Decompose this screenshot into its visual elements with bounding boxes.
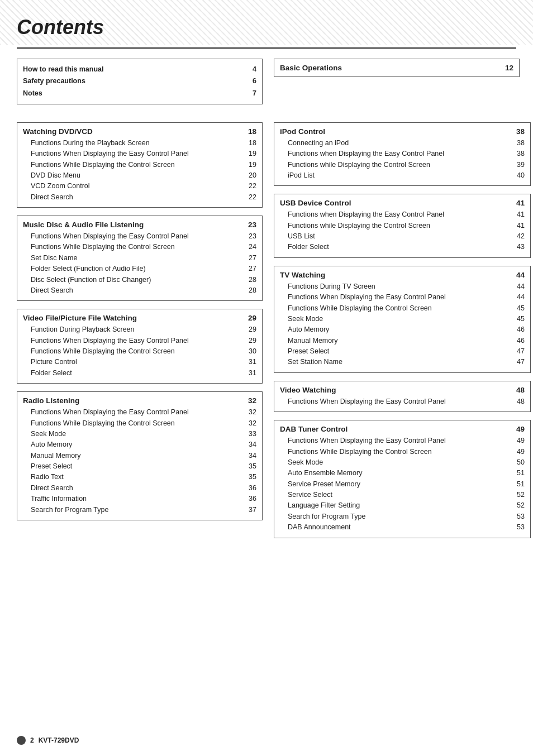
right-section-1-entry-2-page: 42 — [512, 231, 525, 242]
left-section-2-entry-4: Folder Select31 — [23, 368, 256, 379]
right-section-1-entry-1: Functions while Displaying the Control S… — [280, 221, 525, 231]
right-section-2: TV Watching44Functions During TV Screen4… — [274, 266, 531, 373]
right-section-4-entry-4-label: Service Preset Memory — [288, 479, 512, 490]
left-section-0-entry-3-page: 20 — [244, 170, 256, 181]
left-section-3-entry-1-label: Functions While Displaying the Control S… — [31, 418, 244, 429]
left-section-0-header: Watching DVD/VCD18 — [23, 127, 256, 136]
right-section-4-entry-6-page: 52 — [512, 500, 525, 511]
right-section-1-entry-2: USB List42 — [280, 231, 525, 242]
left-section-1-entry-5: Direct Search28 — [23, 285, 256, 296]
right-section-1-entry-0: Functions when Displaying the Easy Contr… — [280, 209, 525, 220]
right-section-2-entry-2: Functions While Displaying the Control S… — [280, 303, 525, 314]
left-section-3-entry-5-label: Preset Select — [31, 461, 244, 472]
left-section-2-entry-3-label: Picture Control — [31, 357, 244, 367]
left-section-3-entry-7-label: Direct Search — [31, 483, 244, 494]
left-section-0: Watching DVD/VCD18Functions During the P… — [17, 122, 263, 208]
right-section-0-entry-0-page: 38 — [512, 138, 525, 149]
right-section-2-entry-0: Functions During TV Screen44 — [280, 281, 525, 292]
left-section-3-entry-2-label: Seek Mode — [31, 429, 244, 439]
left-section-3-entry-6-label: Radio Text — [31, 472, 244, 482]
right-section-1-entry-0-label: Functions when Displaying the Easy Contr… — [288, 209, 512, 220]
intro-section: How to read this manual 4 Safety precaut… — [17, 59, 263, 114]
right-section-4-entry-0-label: Functions When Displaying the Easy Contr… — [288, 436, 512, 446]
right-section-4-page: 49 — [516, 425, 525, 433]
right-section-2-entry-4-page: 46 — [512, 324, 525, 335]
left-section-1-entry-0: Functions When Displaying the Easy Contr… — [23, 231, 256, 242]
left-section-0-entry-1: Functions When Displaying the Easy Contr… — [23, 149, 256, 159]
right-section-2-entry-3-page: 45 — [512, 314, 525, 324]
right-section-4-entry-0-page: 49 — [512, 436, 525, 446]
right-section-3: Video Watching48Functions When Displayin… — [274, 381, 531, 412]
right-section-2-entry-1-page: 44 — [512, 292, 525, 303]
left-section-3-entry-0-label: Functions When Displaying the Easy Contr… — [31, 407, 244, 418]
left-section-3-entry-4: Manual Memory34 — [23, 451, 256, 461]
basic-ops-page: 12 — [505, 64, 513, 72]
right-section-4-entry-3-label: Auto Ensemble Memory — [288, 468, 512, 479]
left-section-0-entry-4-page: 22 — [244, 181, 256, 192]
right-section-4-entry-2: Seek Mode50 — [280, 457, 525, 468]
right-section-4-entry-6-label: Language Filter Setting — [288, 500, 512, 511]
right-section-2-entry-1-label: Functions When Displaying the Easy Contr… — [288, 292, 512, 303]
left-section-3-entry-3: Auto Memory34 — [23, 439, 256, 450]
left-section-3-entry-7-page: 36 — [244, 483, 256, 494]
left-section-2-entry-2: Functions While Displaying the Control S… — [23, 346, 256, 357]
left-section-0-entry-5-label: Direct Search — [31, 192, 244, 203]
left-section-3-entry-3-page: 34 — [244, 439, 256, 450]
left-section-2-entry-2-label: Functions While Displaying the Control S… — [31, 346, 244, 357]
left-section-2-title: Video File/Picture File Watching — [23, 314, 137, 322]
left-section-0-entry-5-page: 22 — [244, 192, 256, 203]
right-section-3-title: Video Watching — [280, 386, 336, 394]
right-section-1: USB Device Control41Functions when Displ… — [274, 194, 531, 258]
footer-model: KVT-729DVD — [39, 736, 79, 744]
left-section-3-entry-3-label: Auto Memory — [31, 439, 244, 450]
left-section-2-page: 29 — [248, 314, 256, 322]
left-section-2-header: Video File/Picture File Watching29 — [23, 314, 256, 322]
left-section-3-entry-8-label: Traffic Information — [31, 494, 244, 504]
left-section-0-entry-2-page: 19 — [244, 160, 256, 170]
left-section-1-entry-1-label: Functions While Displaying the Control S… — [31, 242, 244, 252]
right-section-2-entry-6: Preset Select47 — [280, 346, 525, 357]
left-section-2-entry-1: Functions When Displaying the Easy Contr… — [23, 336, 256, 346]
right-section-1-entry-3-page: 43 — [512, 242, 525, 252]
left-section-3-page: 32 — [248, 396, 256, 405]
left-section-3-entry-5-page: 35 — [244, 461, 256, 472]
right-section-0-entry-3: iPod List40 — [280, 170, 525, 181]
right-section-2-entry-4: Auto Memory46 — [280, 324, 525, 335]
left-section-0-entry-5: Direct Search22 — [23, 192, 256, 203]
right-section-4-entry-6: Language Filter Setting52 — [280, 500, 525, 511]
right-section-1-page: 41 — [516, 199, 525, 207]
right-section-0-entry-3-page: 40 — [512, 170, 525, 181]
right-section-4-entry-4: Service Preset Memory51 — [280, 479, 525, 490]
right-section-4-entry-4-page: 51 — [512, 479, 525, 490]
right-section-4-entry-5: Service Select52 — [280, 490, 525, 500]
right-section-3-entry-0-page: 48 — [512, 396, 525, 407]
right-section-1-entry-1-page: 41 — [512, 221, 525, 231]
left-section-3-entry-5: Preset Select35 — [23, 461, 256, 472]
right-section-0-entry-2: Functions while Displaying the Control S… — [280, 160, 525, 170]
left-section-1-entry-3-page: 27 — [244, 264, 256, 274]
right-section-0-entry-1: Functions when Displaying the Easy Contr… — [280, 149, 525, 159]
right-section-2-entry-7-page: 47 — [512, 357, 525, 367]
right-section-4-entry-3-page: 51 — [512, 468, 525, 479]
left-section-0-entry-3-label: DVD Disc Menu — [31, 170, 244, 181]
right-section-2-entry-6-page: 47 — [512, 346, 525, 357]
right-section-2-entry-0-page: 44 — [512, 281, 525, 292]
right-section-4-entry-3: Auto Ensemble Memory51 — [280, 468, 525, 479]
left-section-3-entry-4-page: 34 — [244, 451, 256, 461]
left-section-1-title: Music Disc & Audio File Listening — [23, 221, 144, 229]
left-section-3-entry-6-page: 35 — [244, 472, 256, 482]
left-section-3-header: Radio Listening32 — [23, 396, 256, 405]
left-section-1-entry-2-label: Set Disc Name — [31, 253, 244, 264]
left-section-1-entry-2: Set Disc Name27 — [23, 253, 256, 264]
left-section-3-entry-7: Direct Search36 — [23, 483, 256, 494]
left-section-1-entry-2-page: 27 — [244, 253, 256, 264]
left-section-3-entry-1: Functions While Displaying the Control S… — [23, 418, 256, 429]
intro-label-0: How to read this manual — [23, 64, 244, 75]
right-section-4-entry-1-page: 49 — [512, 447, 525, 457]
left-section-1: Music Disc & Audio File Listening23Funct… — [17, 216, 263, 301]
left-section-3-entry-4-label: Manual Memory — [31, 451, 244, 461]
right-section-2-entry-7: Set Station Name47 — [280, 357, 525, 367]
right-section-3-page: 48 — [516, 386, 525, 394]
intro-entry-2: Notes 7 — [23, 88, 256, 99]
left-section-3-entry-8: Traffic Information36 — [23, 494, 256, 504]
